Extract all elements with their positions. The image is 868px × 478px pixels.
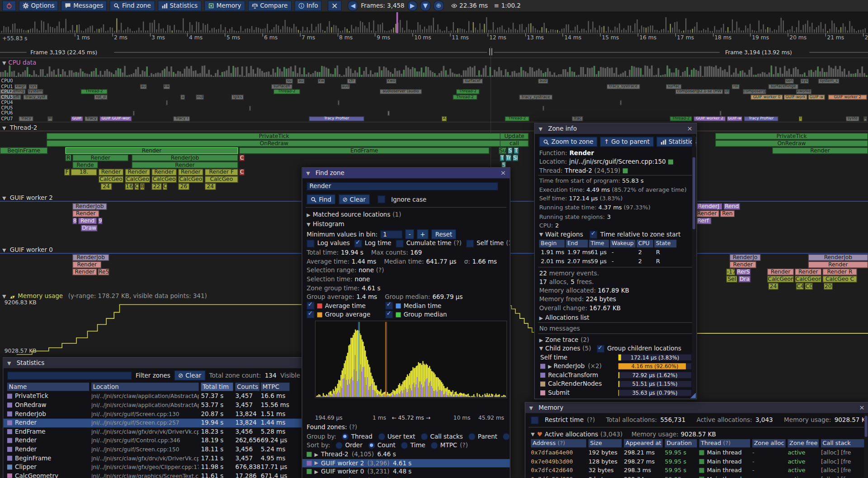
- timeline-zone[interactable]: 26: [178, 183, 189, 190]
- radio-option[interactable]: MTPC(?): [431, 441, 468, 450]
- relative-time-checkbox[interactable]: [590, 231, 597, 238]
- active-allocations-header[interactable]: ▼ ♥ Active allocations (3,043) Memory us…: [531, 430, 716, 438]
- allocation-row[interactable]: 0x7dfc42d64032 bytes298.3 ms59.95 sMain …: [525, 466, 868, 475]
- timeline-zone[interactable]: RerS: [736, 269, 751, 275]
- cpu-zone[interactable]: surfacefli: [0, 95, 21, 99]
- expand-icon[interactable]: ▶: [315, 452, 318, 457]
- collapse-icon[interactable]: ▼: [531, 430, 534, 438]
- cpu-zone[interactable]: md: [196, 95, 203, 99]
- radio-option[interactable]: Call stacks: [421, 432, 463, 440]
- find-zone-search-input[interactable]: [307, 182, 498, 190]
- column-header[interactable]: Name: [7, 383, 89, 391]
- child-zone-row[interactable]: RecalcTransform72.92 μs (1.62%): [535, 371, 697, 380]
- cpu-zone[interactable]: [133, 111, 135, 116]
- timeline-zone[interactable]: Render: [72, 210, 99, 217]
- decrease-button[interactable]: -: [405, 229, 414, 239]
- matched-source-locations[interactable]: ▶Matched source locations(1): [307, 210, 401, 219]
- timeline-zone[interactable]: Render: [795, 269, 821, 275]
- expand-icon[interactable]: ▶: [539, 337, 543, 343]
- close-icon[interactable]: ×: [859, 404, 864, 412]
- close-icon[interactable]: ×: [500, 169, 506, 176]
- compare-button[interactable]: Compare: [248, 0, 292, 11]
- timeline-zone[interactable]: Render F: [205, 169, 238, 175]
- found-zone-group[interactable]: ▶Thread-2(4,105)6.46 s: [302, 450, 510, 459]
- cpu-zone[interactable]: kwgr: [14, 84, 27, 89]
- timeline-zone[interactable]: Draw: [81, 225, 98, 232]
- cpu-zone[interactable]: Tracy: [19, 116, 33, 121]
- memory-titlebar[interactable]: ▼ Memory ×: [525, 402, 868, 413]
- child-zone-row[interactable]: Submit35.63 μs (0.79%): [535, 389, 697, 398]
- timeline-zone[interactable]: RenderJ: [695, 203, 722, 210]
- timeline-zone[interactable]: RenderJo: [730, 254, 761, 261]
- cpu-zone[interactable]: [338, 100, 340, 105]
- timeline-zone[interactable]: C0: [805, 283, 812, 290]
- find-button[interactable]: Find: [307, 194, 335, 204]
- log-values-option[interactable]: Log values: [307, 239, 349, 247]
- cpu-zone[interactable]: surfacef: [463, 79, 483, 84]
- timeline-zone[interactable]: CalcGeo: [205, 176, 238, 183]
- column-header[interactable]: Location: [91, 383, 199, 391]
- wait-column-header[interactable]: End: [566, 240, 588, 247]
- allocations-list-header[interactable]: ▶Allocations list: [539, 313, 590, 322]
- alloc-appeared-at[interactable]: 298.21 ms: [624, 448, 655, 457]
- cpu-zone[interactable]: au: [140, 84, 147, 89]
- child-zone-row[interactable]: ▶RenderJob(×2)4.16 ms (92.60%): [535, 362, 697, 371]
- timeline-zone[interactable]: Render: [808, 261, 868, 268]
- cpu-zone[interactable]: surfac: [666, 84, 681, 89]
- cpu-zone[interactable]: tracy_syst: [23, 95, 47, 99]
- allocation-row[interactable]: 0x7dfc53d8988 bytes298.34 ms59.95 sMain …: [525, 474, 868, 478]
- radio-option[interactable]: Thread: [342, 432, 373, 440]
- cpu-zone[interactable]: Thread-2: [81, 89, 108, 94]
- info-button[interactable]: Info: [294, 0, 322, 11]
- cpu-zone[interactable]: GUIF-w: [808, 95, 825, 99]
- radio-option[interactable]: Count: [368, 441, 396, 450]
- timeline-zone[interactable]: T: [500, 155, 505, 161]
- frame-overview-strip[interactable]: [0, 12, 868, 34]
- timeline-zone[interactable]: Render: [72, 155, 128, 161]
- cpu-zone[interactable]: Tracy Profiler: [309, 116, 364, 121]
- cpu-zone[interactable]: [249, 106, 251, 111]
- cpu-zone[interactable]: surfaceflinge: [769, 84, 798, 89]
- collapse-icon[interactable]: ▼: [2, 247, 8, 253]
- cpu-zone[interactable]: kw: [163, 84, 170, 89]
- timeline-zone[interactable]: C: [239, 169, 245, 175]
- timeline-zone[interactable]: CalcGeo: [178, 176, 203, 183]
- cpu-zone[interactable]: ot: [724, 89, 730, 94]
- log-time-option[interactable]: Log time: [354, 239, 392, 247]
- timeline-zone[interactable]: C: [163, 183, 167, 190]
- found-zone-group[interactable]: ▶GUIF worker 1(3,192)4.39 s: [302, 476, 510, 478]
- find-zone-button[interactable]: Find zone: [110, 0, 155, 11]
- expand-icon[interactable]: ▶: [548, 362, 552, 371]
- statistics-button[interactable]: Statistics: [158, 0, 202, 11]
- time-ruler[interactable]: 1 ms2 ms3 ms4 ms5 ms6 ms7 ms8 ms9 ms10 m…: [0, 33, 868, 46]
- next-frame-button[interactable]: ▶: [407, 0, 418, 11]
- timeline-zone[interactable]: RenderJob: [72, 203, 107, 210]
- alloc-appeared-at[interactable]: 298.3 ms: [624, 466, 651, 475]
- collapse-icon[interactable]: ▼: [538, 126, 542, 132]
- memory-usage-header[interactable]: ▼ ▲▼ Memory usage (y-range: 178.27 KB, v…: [2, 292, 207, 301]
- wait-column-header[interactable]: Begin: [539, 240, 565, 247]
- wait-regions-header[interactable]: ▼Wait regionsTime relative to zone start: [539, 230, 681, 238]
- allocation-row[interactable]: 0x7e049b3d00128 bytes298.27 ms59.95 sMai…: [525, 457, 868, 466]
- timeline-zone[interactable]: Render R: [823, 269, 857, 275]
- tools-button[interactable]: [328, 0, 342, 11]
- cpu-zone[interactable]: GUIF GUIF-wor: [99, 116, 132, 121]
- timeline-zone[interactable]: CalcGeo: [125, 176, 150, 183]
- cpu-zone[interactable]: [387, 111, 390, 116]
- cpu-zone[interactable]: lgiks: [231, 95, 244, 99]
- collapse-icon[interactable]: ▼: [7, 360, 11, 366]
- timeline-zone[interactable]: Render: [72, 261, 101, 268]
- cpu-zone[interactable]: Thread-2: [505, 116, 529, 121]
- column-header[interactable]: Zone alloc: [752, 439, 785, 447]
- cpu-zone[interactable]: sen: [785, 79, 794, 84]
- cpu-zone[interactable]: tracy_systrace: [519, 95, 552, 99]
- timeline-zone[interactable]: CalcGeomet: [795, 276, 821, 283]
- cpu-zone[interactable]: Tracy: [85, 116, 98, 121]
- wait-column-header[interactable]: CPU: [637, 240, 653, 247]
- cpu-zone[interactable]: kw: [318, 79, 325, 84]
- cpu-zone[interactable]: aud: [538, 79, 548, 84]
- collapse-icon[interactable]: ▼: [539, 345, 543, 353]
- thread-header[interactable]: ▼ Thread-2: [2, 124, 37, 131]
- ignore-case-checkbox[interactable]: [377, 195, 385, 203]
- zoom-to-zone-button[interactable]: Zoom to zone: [539, 137, 598, 147]
